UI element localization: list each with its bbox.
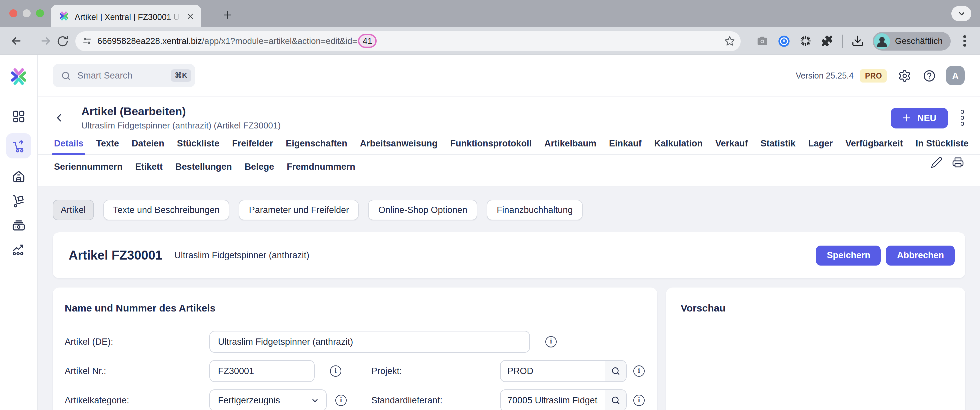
cancel-button[interactable]: Abbrechen [886,245,955,265]
page-subtitle: Ultraslim Fidgetspinner (anthrazit) (Art… [81,120,281,130]
info-icon[interactable]: i [633,395,645,406]
artikel-de-input[interactable] [209,331,530,353]
sidebar-item-logistics[interactable] [11,194,26,208]
screenshot-extension-icon[interactable] [756,35,769,47]
new-tab-button[interactable] [220,7,235,22]
tab-bestellungen[interactable]: Bestellungen [175,162,232,178]
bookmark-star-icon[interactable] [724,35,736,47]
tab-seriennummern[interactable]: Seriennummern [54,162,123,178]
artikel-nr-input[interactable] [209,360,315,382]
tab-dateien[interactable]: Dateien [132,138,164,154]
sidebar-item-finance[interactable] [11,218,26,233]
toolbar-separator [842,34,843,47]
site-settings-icon[interactable] [82,36,92,46]
loading-extension-icon[interactable] [800,35,812,47]
onepassword-extension-icon[interactable] [778,34,791,47]
profile-avatar [874,33,890,49]
search-icon [60,70,72,81]
close-window-button[interactable] [10,9,18,17]
browser-forward-icon[interactable] [37,32,54,49]
standardlieferant-input[interactable] [501,390,605,410]
standardlieferant-search-icon[interactable] [605,390,626,410]
sidebar-item-statistics[interactable] [11,242,26,257]
downloads-icon[interactable] [852,35,864,47]
tab-close-icon[interactable] [184,10,196,22]
tab-kalkulation[interactable]: Kalkulation [654,138,703,154]
settings-gear-icon[interactable] [898,69,912,82]
tab-details[interactable]: Details [54,138,84,154]
save-button[interactable]: Speichern [816,245,881,265]
tab-texte[interactable]: Texte [96,138,119,154]
window-controls [10,9,44,17]
page-menu-icon[interactable] [960,110,964,126]
artikel-de-label: Artikel (DE): [65,337,209,347]
tab-verfuegbarkeit[interactable]: Verfügbarkeit [845,138,903,154]
article-subtitle: Ultraslim Fidgetspinner (anthrazit) [174,250,309,260]
article-form-card: Name und Nummer des Artikels Artikel (DE… [52,288,657,410]
tab-funktionsprotokoll[interactable]: Funktionsprotokoll [450,138,532,154]
browser-menu-icon[interactable] [959,36,970,47]
pill-artikel[interactable]: Artikel [52,199,94,220]
sidebar-item-dashboard[interactable] [11,109,26,124]
tab-etikett[interactable]: Etikett [135,162,163,178]
tab-freifelder[interactable]: Freifelder [232,138,273,154]
tab-artikelbaum[interactable]: Artikelbaum [544,138,597,154]
search-shortcut-badge: ⌘K [171,69,191,82]
artikel-nr-label: Artikel Nr.: [65,366,209,376]
tab-arbeitsanweisung[interactable]: Arbeitsanweisung [360,138,438,154]
tab-eigenschaften[interactable]: Eigenschaften [286,138,347,154]
projekt-search-icon[interactable] [605,361,626,382]
tab-search-button[interactable] [951,6,971,21]
pill-online-shop-optionen[interactable]: Online-Shop Optionen [368,199,477,220]
preview-title: Vorschau [681,302,951,313]
info-icon[interactable]: i [545,336,557,347]
projekt-input[interactable] [501,361,605,382]
smart-search[interactable]: ⌘K [52,64,195,87]
tab-stueckliste[interactable]: Stückliste [177,138,220,154]
sidebar-item-warehouse[interactable] [11,169,26,184]
neu-button[interactable]: NEU [891,108,948,128]
user-avatar[interactable]: A [946,66,965,85]
section-pills: Artikel Texte und Beschreibungen Paramet… [52,199,965,220]
browser-back-icon[interactable] [10,32,23,49]
tab-einkauf[interactable]: Einkauf [609,138,642,154]
page-title: Artikel (Bearbeiten) [81,105,281,119]
projekt-label: Projekt: [371,366,500,376]
preview-card: Vorschau [666,288,965,410]
sidebar-item-sales[interactable] [6,133,31,158]
tab-belege[interactable]: Belege [245,162,274,178]
url-bar[interactable]: 66695828ea228.xentral.biz/app/x1?module=… [75,31,741,51]
form-section-title: Name und Nummer des Artikels [65,302,645,313]
tab-fremdnummern[interactable]: Fremdnummern [287,162,355,178]
artikelkategorie-label: Artikelkategorie: [65,395,209,405]
xentral-logo-icon[interactable] [9,66,29,87]
print-icon[interactable] [952,157,964,168]
browser-tab[interactable]: Artikel | Xentral | FZ30001 Ult [51,5,201,27]
help-icon[interactable] [923,69,936,82]
tab-lager[interactable]: Lager [808,138,833,154]
xentral-app: ⌘K Version 25.25.4 PRO A [0,55,980,410]
tab-verkauf[interactable]: Verkauf [715,138,748,154]
tab-favicon-xentral-icon [59,11,69,21]
info-icon[interactable]: i [330,366,341,377]
back-chevron-icon[interactable] [54,112,67,123]
info-icon[interactable]: i [633,366,645,377]
pill-texte-und-beschreibungen[interactable]: Texte und Beschreibungen [103,199,230,220]
minimize-window-button[interactable] [23,9,31,17]
smart-search-input[interactable] [77,71,165,81]
sidebar [0,55,38,410]
tab-statistik[interactable]: Statistik [760,138,795,154]
url-path: /app/x1?module=artikel&action=edit&id= [202,36,357,46]
browser-reload-icon[interactable] [54,32,72,49]
zoom-window-button[interactable] [36,9,44,17]
browser-profile-button[interactable]: Geschäftlich [873,32,951,50]
standardlieferant-field [500,389,627,410]
edit-pencil-icon[interactable] [931,157,943,168]
tab-in-stueckliste[interactable]: In Stückliste [916,138,969,154]
info-icon[interactable]: i [335,395,347,406]
pill-parameter-und-freifelder[interactable]: Parameter und Freifelder [239,199,359,220]
extensions-puzzle-icon[interactable] [821,35,834,47]
pill-finanzbuchhaltung[interactable]: Finanzbuchhaltung [487,199,583,220]
projekt-field [500,360,627,382]
artikelkategorie-select[interactable]: Fertigerzeugnis [209,389,327,410]
